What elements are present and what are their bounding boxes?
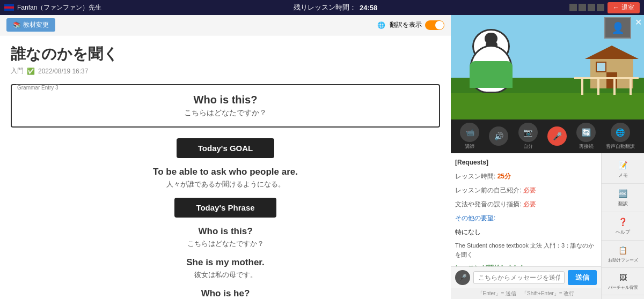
- win-icon-2[interactable]: [579, 4, 586, 11]
- memo-icon: 📝: [618, 160, 628, 170]
- ctrl-auto-translate: 🌐 音声自動翻訳: [606, 123, 635, 150]
- toggle-knob: [435, 21, 444, 29]
- goal-english: To be able to ask who people are.: [11, 167, 440, 177]
- date-text: 2022/08/19 16:37: [38, 68, 88, 75]
- page-meta: 入門 ✅ 2022/08/19 16:37: [11, 66, 440, 76]
- chat-msg-other: その他の要望:: [455, 213, 597, 223]
- timer-label: 残りレッスン時間：: [294, 3, 356, 12]
- chat-msg-lesson-time: レッスン時間: 25分: [455, 171, 597, 181]
- video-fence: [574, 77, 639, 93]
- chat-input-area: 🎤 送信: [451, 266, 601, 288]
- timer-value: 24:58: [360, 4, 377, 12]
- top-bar-right: ← 退室: [569, 2, 640, 13]
- goal-japanese: 人々が誰であるか聞けるようになる。: [11, 180, 440, 189]
- sidebar-icons: 📝 メモ 🔤 翻訳 ❓ ヘルプ 📋 お助けフレーズ 🖼 バーチャル背: [601, 153, 644, 299]
- level-badge: 入門: [11, 66, 24, 76]
- video-close-button[interactable]: ✕: [635, 17, 642, 27]
- content-toolbar: 📚 教材変更 🌐 翻訳を表示: [0, 15, 451, 35]
- house-window: [596, 62, 606, 72]
- grammar-box: Grammar Entry 3 Who is this? こちらはどなたですか？: [11, 84, 440, 128]
- volume-button[interactable]: 🔊: [489, 126, 508, 146]
- right-area: 👤 ✕ 📹 講師 🔊 📷 自分 🎤 🔄: [451, 15, 644, 299]
- ctrl-self-label: 自分: [523, 143, 533, 150]
- chat-msg-grammar: 文法や発音の誤り指摘: 必要: [455, 199, 597, 209]
- ctrl-teacher: 📹 講師: [460, 123, 479, 150]
- content-panel: 📚 教材変更 🌐 翻訳を表示 誰なのかを聞く 入門 ✅ 2022/08/19 1…: [0, 15, 451, 299]
- sidebar-item-help[interactable]: ❓ ヘルプ: [602, 212, 644, 241]
- check-icon: ✅: [27, 68, 35, 75]
- teacher-camera: 👤: [604, 17, 631, 39]
- panda-shirt: [470, 61, 513, 88]
- ctrl-volume: 🔊: [489, 126, 508, 147]
- sidebar-item-memo[interactable]: 📝 メモ: [602, 155, 644, 184]
- sidebar-item-phrases[interactable]: 📋 お助けフレーズ: [602, 241, 644, 268]
- ctrl-auto-translate-label: 音声自動翻訳: [606, 143, 635, 150]
- virtual-bg-icon: 🖼: [618, 272, 628, 283]
- grammar-japanese: こちらはどなたですか？: [20, 108, 430, 118]
- video-controls: 📹 講師 🔊 📷 自分 🎤 🔄 再接続 🌐 音声自動翻訳: [451, 119, 644, 153]
- phrase-button[interactable]: Today's Phrase: [174, 198, 276, 218]
- window-controls: [569, 4, 604, 11]
- phrase1-japanese: こちらはどなたですか？: [11, 239, 440, 249]
- sidebar-item-timezone[interactable]: 🕐 講師のタイムゾーン: [602, 295, 644, 299]
- chat-mic-button[interactable]: 🎤: [455, 270, 470, 285]
- sidebar-item-translate[interactable]: 🔤 翻訳: [602, 184, 644, 212]
- phrase2-section: She is my mother. 彼女は私の母です。: [11, 257, 440, 280]
- goal-button[interactable]: Today's GOAL: [177, 138, 274, 158]
- ctrl-self: 📷 自分: [518, 123, 538, 150]
- globe-icon: 🌐: [377, 21, 385, 29]
- grammar-label: Grammar Entry 3: [16, 85, 60, 91]
- send-button[interactable]: 送信: [568, 270, 597, 285]
- ctrl-mic: 🎤: [547, 126, 567, 147]
- timer-area: 残りレッスン時間： 24:58: [294, 3, 377, 12]
- reconnect-button[interactable]: 🔄: [576, 123, 596, 142]
- chat-input[interactable]: [473, 271, 565, 284]
- chat-msg-requests: [Requests]: [455, 158, 597, 167]
- chat-msg-intro: レッスン前の自己紹介: 必要: [455, 185, 597, 195]
- chat-sidebar-row: [Requests] レッスン時間: 25分 レッスン前の自己紹介: 必要 文法…: [451, 153, 644, 299]
- panda-character: [462, 29, 521, 93]
- teacher-video-button[interactable]: 📹: [460, 123, 479, 142]
- back-arrow-icon: ←: [613, 4, 619, 11]
- grammar-english: Who is this?: [20, 94, 430, 106]
- help-icon: ❓: [618, 216, 628, 227]
- phrase3-english: Who is he?: [11, 288, 440, 299]
- sidebar-item-virtual-bg[interactable]: 🖼 バーチャル背景: [602, 268, 644, 295]
- win-icon-1[interactable]: [569, 4, 577, 11]
- top-bar: Fanfan（ファンファン）先生 残りレッスン時間： 24:58 ← 退室: [0, 0, 644, 15]
- page-title: 誰なのかを聞く: [11, 44, 440, 64]
- goal-section: To be able to ask who people are. 人々が誰であ…: [11, 167, 440, 189]
- phrase1-section: Who is this? こちらはどなたですか？: [11, 226, 440, 249]
- win-icon-3[interactable]: [588, 4, 595, 11]
- phrases-icon: 📋: [618, 245, 628, 256]
- chat-msg-nothing: 特になし: [455, 227, 597, 237]
- change-material-button[interactable]: 📚 教材変更: [6, 18, 55, 32]
- video-grass: [451, 93, 644, 119]
- phrase1-english: Who is this?: [11, 226, 440, 237]
- translate-toggle: 翻訳を表示: [390, 20, 444, 30]
- phrase3-section: Who is he?: [11, 288, 440, 299]
- main-layout: 📚 教材変更 🌐 翻訳を表示 誰なのかを聞く 入門 ✅ 2022/08/19 1…: [0, 15, 644, 299]
- ctrl-teacher-label: 講師: [465, 143, 474, 150]
- flag-icon: [4, 4, 14, 11]
- content-area: 誰なのかを聞く 入門 ✅ 2022/08/19 16:37 Grammar En…: [0, 35, 451, 299]
- win-icon-4[interactable]: [597, 4, 604, 11]
- teacher-avatar: 👤: [605, 18, 630, 38]
- translate-icon: 🔤: [618, 188, 628, 199]
- chat-msg-textbook: The Student chose textbook 文法 入門：3：誰なのかを…: [455, 241, 597, 259]
- top-bar-left: Fanfan（ファンファン）先生: [4, 3, 101, 12]
- phrase2-japanese: 彼女は私の母です。: [11, 270, 440, 280]
- chat-messages: [Requests] レッスン時間: 25分 レッスン前の自己紹介: 必要 文法…: [451, 153, 601, 266]
- auto-translate-button[interactable]: 🌐: [611, 123, 630, 142]
- self-video-button[interactable]: 📷: [518, 123, 538, 142]
- mic-button[interactable]: 🎤: [547, 126, 567, 146]
- ctrl-reconnect: 🔄 再接続: [576, 123, 596, 150]
- phrase2-english: She is my mother.: [11, 257, 440, 268]
- chat-footer: 「Enter」= 送信 「Shift+Enter」= 改行: [451, 288, 601, 299]
- translate-toggle-switch[interactable]: [425, 20, 444, 30]
- chat-panel: [Requests] レッスン時間: 25分 レッスン前の自己紹介: 必要 文法…: [451, 153, 601, 299]
- video-area: 👤 ✕: [451, 15, 644, 119]
- toolbar-right: 🌐 翻訳を表示: [377, 20, 444, 30]
- back-button[interactable]: ← 退室: [608, 2, 640, 13]
- teacher-name: Fanfan（ファンファン）先生: [17, 3, 101, 12]
